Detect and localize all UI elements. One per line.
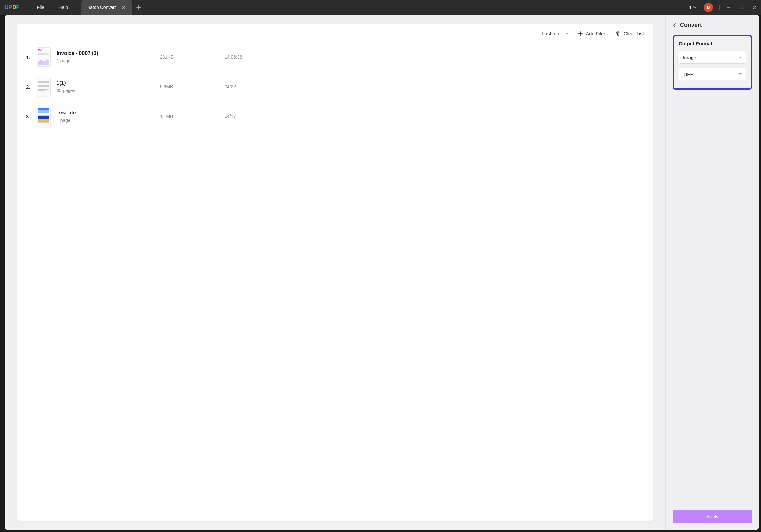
plus-icon xyxy=(578,31,583,36)
workspace: Last mo... Add Files Clear List 1.PDFInv… xyxy=(5,15,759,530)
clear-list-label: Clear List xyxy=(624,31,644,36)
close-window-button[interactable] xyxy=(748,0,761,15)
output-format-label: Output Format xyxy=(678,41,746,46)
window-controls xyxy=(722,0,761,15)
output-format-box: Output Format Image TIFF xyxy=(673,35,752,89)
file-index: 3. xyxy=(26,114,36,119)
file-row[interactable]: 2.1(1)35 pages5.6MB04/22 xyxy=(25,72,645,101)
user-avatar[interactable]: B xyxy=(704,3,713,12)
trash-icon xyxy=(615,31,620,36)
file-pages: 1 page xyxy=(57,58,160,63)
tab-batch-convert[interactable]: Batch Convert xyxy=(82,0,132,15)
file-index: 1. xyxy=(26,54,36,60)
caret-down-icon xyxy=(566,32,569,35)
caret-down-icon xyxy=(739,72,742,76)
document-count: 1 xyxy=(689,5,691,10)
file-row[interactable]: 1.PDFInvoice - 0007 (3)1 page231KB14:06:… xyxy=(25,42,645,72)
menu-help[interactable]: Help xyxy=(51,0,75,15)
side-header: Convert xyxy=(673,22,752,29)
file-size: 1.1MB xyxy=(160,114,225,119)
clear-list-button[interactable]: Clear List xyxy=(615,31,644,36)
list-toolbar: Last mo... Add Files Clear List xyxy=(25,29,645,42)
document-count-dropdown[interactable]: 1 xyxy=(686,5,700,10)
close-tab-icon[interactable] xyxy=(121,5,126,10)
add-tab-button[interactable] xyxy=(132,0,145,15)
file-title: Invoice - 0007 (3) xyxy=(57,50,160,56)
divider xyxy=(27,5,28,10)
file-size: 5.6MB xyxy=(160,84,225,89)
menu-file[interactable]: File xyxy=(30,0,52,15)
tab-strip: Batch Convert xyxy=(82,0,145,15)
file-pages: 35 pages xyxy=(57,88,160,93)
file-pages: 1 page xyxy=(57,118,160,123)
file-row[interactable]: 3.Test file1 page1.1MB04/17 xyxy=(25,101,645,131)
main-area: Last mo... Add Files Clear List 1.PDFInv… xyxy=(5,15,665,530)
sort-dropdown[interactable]: Last mo... xyxy=(542,31,569,36)
caret-down-icon xyxy=(739,56,742,59)
side-title: Convert xyxy=(680,22,702,29)
titlebar-right: 1 B xyxy=(686,0,761,15)
app-logo: UPDF xyxy=(0,5,25,10)
file-list-panel: Last mo... Add Files Clear List 1.PDFInv… xyxy=(17,24,653,521)
minimize-button[interactable] xyxy=(722,0,735,15)
chevron-down-icon xyxy=(693,6,697,9)
file-meta: Invoice - 0007 (3)1 page xyxy=(57,50,160,63)
file-title: 1(1) xyxy=(57,80,160,86)
file-date: 04/17 xyxy=(225,114,276,119)
format-type-select[interactable]: Image xyxy=(678,51,746,64)
file-thumbnail xyxy=(36,77,51,96)
file-meta: Test file1 page xyxy=(57,110,160,123)
file-title: Test file xyxy=(57,110,160,116)
back-button[interactable] xyxy=(673,23,677,28)
format-type-value: Image xyxy=(683,55,696,60)
add-files-button[interactable]: Add Files xyxy=(578,31,606,36)
sort-label: Last mo... xyxy=(542,31,563,36)
file-date: 04/22 xyxy=(225,84,276,89)
file-size: 231KB xyxy=(160,54,225,59)
file-index: 2. xyxy=(26,84,36,89)
file-date: 14:06:36 xyxy=(225,54,276,59)
file-thumbnail xyxy=(36,107,51,126)
maximize-button[interactable] xyxy=(735,0,748,15)
svg-rect-0 xyxy=(740,6,743,9)
file-meta: 1(1)35 pages xyxy=(57,80,160,93)
add-files-label: Add Files xyxy=(586,31,606,36)
tab-label: Batch Convert xyxy=(87,5,116,10)
apply-button[interactable]: Apply xyxy=(673,510,752,523)
image-subtype-value: TIFF xyxy=(683,71,693,77)
file-thumbnail: PDF xyxy=(36,47,51,67)
image-subtype-select[interactable]: TIFF xyxy=(678,68,746,81)
title-bar: UPDF File Help Batch Convert 1 B xyxy=(0,0,761,15)
convert-side-panel: Convert Output Format Image TIFF Apply xyxy=(665,15,759,530)
divider xyxy=(719,5,720,10)
